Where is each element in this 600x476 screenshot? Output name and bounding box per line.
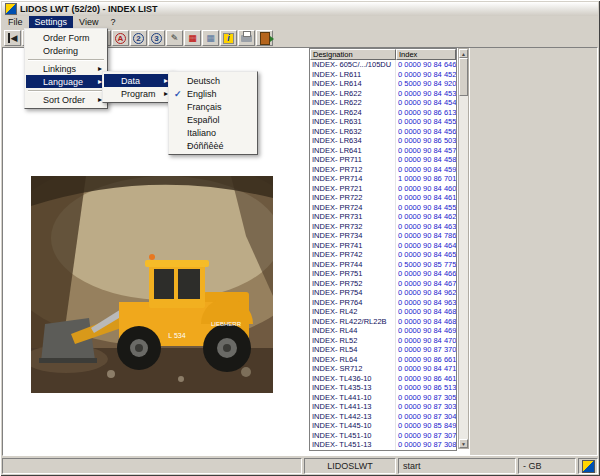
table-row[interactable]: INDEX- RL440 0000 90 84 469	[310, 326, 456, 336]
table-row[interactable]: INDEX- RL540 0000 90 87 370	[310, 345, 456, 355]
table-row[interactable]: INDEX- PR7220 0000 90 84 461	[310, 193, 456, 203]
table-row[interactable]: INDEX- TL451-100 0000 90 87 307	[310, 431, 456, 441]
table-row[interactable]: INDEX- PR7320 0000 90 84 463	[310, 222, 456, 232]
table-row[interactable]: INDEX- RL640 0000 90 86 661	[310, 355, 456, 365]
index-table-body: INDEX- 605C/.../105DU0 0000 90 84 646IND…	[310, 60, 456, 450]
table-row[interactable]: INDEX- PR7340 0000 90 84 786	[310, 231, 456, 241]
table-row[interactable]: INDEX- SR7120 0000 90 84 471	[310, 364, 456, 374]
table-row[interactable]: INDEX- PR7640 0000 90 84 963	[310, 298, 456, 308]
table-row[interactable]: INDEX- PR7510 0000 90 84 466	[310, 269, 456, 279]
cell-index: 0 0000 90 84 464	[396, 241, 456, 251]
cell-index: 0 0000 90 86 661	[396, 355, 456, 365]
cell-designation: INDEX- PR742	[310, 250, 396, 260]
table-row[interactable]: INDEX- PR7520 0000 90 84 467	[310, 279, 456, 289]
column-header-designation[interactable]: Designation	[310, 49, 396, 60]
table-row[interactable]: INDEX- RL422/RL22B0 0000 90 84 468	[310, 317, 456, 327]
cell-index: 0 0000 90 84 465	[396, 250, 456, 260]
cell-designation: INDEX- LR614	[310, 79, 396, 89]
cell-index: 0 0000 90 84 786	[396, 231, 456, 241]
table-row[interactable]: INDEX- PR7240 0000 90 84 455	[310, 203, 456, 213]
cell-designation: INDEX- RL52	[310, 336, 396, 346]
table-row[interactable]: INDEX- TL442-130 0000 90 87 304	[310, 412, 456, 422]
table-row[interactable]: INDEX- RL420 0000 90 84 468	[310, 307, 456, 317]
menu-item-label: Italiano	[187, 128, 216, 138]
language-data-item-italiano[interactable]: Italiano	[170, 126, 256, 139]
table-row[interactable]: INDEX- PR7110 0000 90 84 458	[310, 155, 456, 165]
cell-designation: INDEX- PR721	[310, 184, 396, 194]
table-row[interactable]: INDEX- RL520 0000 90 84 470	[310, 336, 456, 346]
table-row[interactable]: INDEX- TL435-130 0000 90 86 513	[310, 383, 456, 393]
table-row[interactable]: INDEX- LR6340 0000 90 86 503	[310, 136, 456, 146]
zoom-area-2-icon[interactable]: 2	[130, 30, 147, 46]
cell-index: 0 0000 90 84 452	[396, 70, 456, 80]
column-header-index[interactable]: Index	[396, 49, 456, 60]
table-row[interactable]: INDEX- TL436-100 0000 90 86 461	[310, 374, 456, 384]
title-bar: LIDOS LWT (52/20) - INDEX LIST	[2, 2, 598, 16]
machine-model-label: L 534	[168, 332, 185, 339]
cell-index: 0 0000 90 84 462	[396, 212, 456, 222]
settings-menu-item-sort-order[interactable]: Sort Order▸	[26, 93, 106, 106]
table-red-icon[interactable]: ▦	[184, 30, 201, 46]
table-row[interactable]: INDEX- PR7440 5000 90 85 775	[310, 260, 456, 270]
table-row[interactable]: INDEX- PR7120 0000 90 84 459	[310, 165, 456, 175]
cell-index: 0 0000 90 84 456	[396, 127, 456, 137]
settings-menu-item-order-form[interactable]: Order Form	[26, 31, 106, 44]
language-menu-item-program[interactable]: Program▸	[104, 87, 172, 100]
menu-item-label: Français	[187, 102, 222, 112]
zoom-area-3-icon[interactable]: 3	[148, 30, 165, 46]
settings-menu-item-ordering[interactable]: Ordering	[26, 44, 106, 57]
cell-designation: INDEX- PR722	[310, 193, 396, 203]
table-row[interactable]: INDEX- LR6140 5000 90 84 920	[310, 79, 456, 89]
cell-designation: INDEX- RL42	[310, 307, 396, 317]
status-panel-language: - GB	[518, 458, 576, 474]
table-row[interactable]: INDEX- LR6410 0000 90 84 457	[310, 146, 456, 156]
settings-menu-item-language[interactable]: Language▸	[26, 75, 106, 88]
info-icon[interactable]: i	[220, 30, 237, 46]
table-row[interactable]: INDEX- LR6320 0000 90 84 456	[310, 127, 456, 137]
cell-index: 0 0000 90 84 466	[396, 269, 456, 279]
zoom-area-3-icon-glyph: 3	[151, 33, 162, 44]
cell-index: 0 0000 90 84 454	[396, 98, 456, 108]
cell-index: 0 0000 90 84 468	[396, 317, 456, 327]
print-icon[interactable]	[238, 30, 255, 46]
table-row[interactable]: INDEX- PR7420 0000 90 84 465	[310, 250, 456, 260]
cell-designation: INDEX- PR724	[310, 203, 396, 213]
table-row[interactable]: INDEX- 605C/.../105DU0 0000 90 84 646	[310, 60, 456, 70]
table-row[interactable]: INDEX- LR6310 0000 90 84 455	[310, 117, 456, 127]
table-row[interactable]: INDEX- TL441-100 0000 90 87 305	[310, 393, 456, 403]
table-row[interactable]: INDEX- PR7210 0000 90 84 460	[310, 184, 456, 194]
window-title: LIDOS LWT (52/20) - INDEX LIST	[20, 4, 158, 14]
table-row[interactable]: INDEX- LR6110 0000 90 84 452	[310, 70, 456, 80]
language-menu-item-data[interactable]: Data▸	[104, 74, 172, 87]
language-data-item-russian[interactable]: Ðóññêèé	[170, 139, 256, 152]
scroll-down-icon[interactable]: ▼	[459, 439, 468, 448]
settings-menu-item-linkings[interactable]: Linkings▸	[26, 62, 106, 75]
order-edit-icon[interactable]: ✎	[166, 30, 183, 46]
language-data-item-espanol[interactable]: Español	[170, 113, 256, 126]
table-row[interactable]: INDEX- LR6220 0000 90 84 453	[310, 89, 456, 99]
language-data-item-francais[interactable]: Français	[170, 100, 256, 113]
cell-designation: INDEX- TL442-13	[310, 412, 396, 422]
table-row[interactable]: INDEX- LR6220 0000 90 84 454	[310, 98, 456, 108]
exit-icon[interactable]	[256, 30, 273, 46]
table-scrollbar[interactable]: ▲ ▼	[458, 48, 469, 449]
table-row[interactable]: INDEX- TL451-130 0000 90 87 308	[310, 440, 456, 450]
language-data-item-deutsch[interactable]: Deutsch	[170, 74, 256, 87]
status-logo-panel	[578, 458, 598, 474]
table-row[interactable]: INDEX- PR7410 0000 90 84 464	[310, 241, 456, 251]
cell-index: 0 0000 90 84 453	[396, 89, 456, 99]
table-blue-icon[interactable]: ▦	[202, 30, 219, 46]
scrollbar-thumb[interactable]	[459, 58, 468, 96]
table-row[interactable]: INDEX- PR7540 0000 90 84 962	[310, 288, 456, 298]
table-row[interactable]: INDEX- PR7141 0000 90 86 701	[310, 174, 456, 184]
scroll-up-icon[interactable]: ▲	[459, 49, 468, 58]
table-blue-icon-glyph: ▦	[206, 33, 215, 43]
zoom-area-a-icon[interactable]: A	[112, 30, 129, 46]
table-row[interactable]: INDEX- PR7310 0000 90 84 462	[310, 212, 456, 222]
table-row[interactable]: INDEX- TL445-100 0000 90 85 849	[310, 421, 456, 431]
nav-first-icon[interactable]: ◀	[4, 30, 21, 46]
language-data-item-english[interactable]: English✓	[170, 87, 256, 100]
table-row[interactable]: INDEX- LR6240 0000 90 86 613	[310, 108, 456, 118]
table-row[interactable]: INDEX- TL441-130 0000 90 87 303	[310, 402, 456, 412]
lidos-logo-icon	[582, 460, 595, 473]
